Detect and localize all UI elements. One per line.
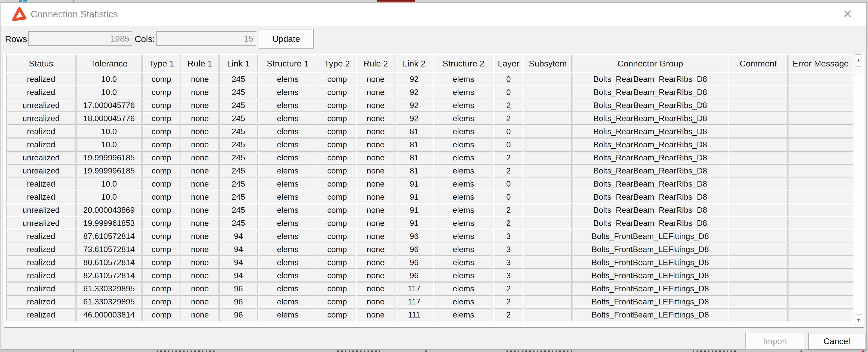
table-cell[interactable]: 94	[219, 269, 257, 282]
table-cell[interactable]: 3	[494, 243, 523, 256]
table-cell[interactable]: elems	[434, 282, 493, 295]
table-cell[interactable]: 2	[494, 217, 523, 229]
table-cell[interactable]: comp	[142, 295, 181, 308]
table-cell[interactable]	[729, 177, 788, 190]
table-cell[interactable]: elems	[258, 309, 317, 321]
table-cell[interactable]	[729, 86, 788, 98]
table-cell[interactable]: Bolts_RearBeam_RearRibs_D8	[572, 217, 728, 229]
table-cell[interactable]: elems	[434, 73, 493, 85]
table-cell[interactable]: 245	[219, 86, 257, 98]
table-cell[interactable]: realized	[6, 190, 76, 203]
table-cell[interactable]: 81	[395, 151, 433, 164]
table-cell[interactable]: none	[181, 295, 219, 308]
table-cell[interactable]: none	[357, 204, 395, 216]
table-cell[interactable]: elems	[434, 177, 493, 190]
table-cell[interactable]: comp	[142, 177, 181, 190]
table-cell[interactable]	[524, 99, 572, 112]
table-cell[interactable]: comp	[318, 204, 356, 216]
table-cell[interactable]	[729, 190, 788, 203]
table-cell[interactable]: none	[181, 243, 219, 256]
table-cell[interactable]	[524, 138, 572, 151]
table-cell[interactable]: elems	[434, 269, 493, 282]
table-cell[interactable]: none	[357, 230, 395, 242]
table-cell[interactable]	[788, 86, 853, 98]
table-cell[interactable]: 2	[494, 151, 523, 164]
table-cell[interactable]: 3	[494, 230, 523, 242]
table-cell[interactable]: 245	[219, 217, 257, 229]
table-cell[interactable]: elems	[258, 295, 317, 308]
table-cell[interactable]: 91	[395, 204, 433, 216]
table-cell[interactable]: 10.0	[76, 138, 142, 151]
table-cell[interactable]: comp	[142, 309, 181, 321]
table-cell[interactable]: 81	[395, 138, 433, 151]
table-cell[interactable]: none	[357, 86, 395, 98]
import-button[interactable]: Import	[745, 332, 805, 350]
table-cell[interactable]	[788, 282, 853, 295]
table-cell[interactable]: Bolts_FrontBeam_LEFittings_D8	[572, 256, 728, 269]
table-cell[interactable]: none	[357, 190, 395, 203]
table-cell[interactable]: comp	[318, 295, 356, 308]
table-cell[interactable]: Bolts_FrontBeam_LEFittings_D8	[572, 230, 728, 242]
table-cell[interactable]: 2	[494, 295, 523, 308]
table-cell[interactable]: realized	[6, 230, 76, 242]
table-cell[interactable]: none	[181, 112, 219, 125]
table-cell[interactable]: none	[357, 125, 395, 138]
table-cell[interactable]: unrealized	[6, 112, 76, 125]
table-cell[interactable]	[729, 99, 788, 112]
table-cell[interactable]: elems	[434, 309, 493, 321]
table-cell[interactable]: 92	[395, 73, 433, 85]
column-header-connector-group[interactable]: Connector Group	[572, 55, 728, 72]
table-cell[interactable]: elems	[258, 151, 317, 164]
table-cell[interactable]: none	[181, 86, 219, 98]
table-cell[interactable]	[788, 138, 853, 151]
table-cell[interactable]	[729, 295, 788, 308]
table-cell[interactable]: comp	[318, 165, 356, 177]
table-cell[interactable]: elems	[258, 269, 317, 282]
table-cell[interactable]: Bolts_RearBeam_RearRibs_D8	[572, 86, 728, 98]
table-cell[interactable]: realized	[6, 309, 76, 321]
column-header-type-1[interactable]: Type 1	[142, 55, 181, 72]
table-cell[interactable]: Bolts_RearBeam_RearRibs_D8	[572, 204, 728, 216]
table-cell[interactable]: comp	[142, 269, 181, 282]
table-cell[interactable]	[524, 217, 572, 229]
table-cell[interactable]: comp	[318, 217, 356, 229]
table-cell[interactable]: 92	[395, 99, 433, 112]
table-cell[interactable]	[788, 151, 853, 164]
table-cell[interactable]: 10.0	[76, 190, 142, 203]
table-cell[interactable]: comp	[142, 282, 181, 295]
column-header-structure-1[interactable]: Structure 1	[258, 55, 317, 72]
column-header-type-2[interactable]: Type 2	[318, 55, 356, 72]
table-cell[interactable]: 20.000043869	[76, 204, 142, 216]
table-cell[interactable]: realized	[6, 243, 76, 256]
table-cell[interactable]: none	[181, 217, 219, 229]
table-cell[interactable]: 96	[395, 243, 433, 256]
table-cell[interactable]: elems	[434, 204, 493, 216]
table-cell[interactable]	[788, 295, 853, 308]
table-cell[interactable]: unrealized	[6, 165, 76, 177]
table-cell[interactable]: elems	[434, 230, 493, 242]
table-cell[interactable]: none	[357, 165, 395, 177]
table-cell[interactable]	[788, 309, 853, 321]
table-cell[interactable]: 2	[494, 112, 523, 125]
column-header-status[interactable]: Status	[6, 55, 76, 72]
table-cell[interactable]: elems	[258, 230, 317, 242]
table-cell[interactable]: none	[181, 230, 219, 242]
table-cell[interactable]: comp	[142, 112, 181, 125]
column-header-rule-1[interactable]: Rule 1	[181, 55, 219, 72]
title-bar[interactable]: Connection Statistics ✕	[1, 2, 867, 26]
table-cell[interactable]: none	[181, 151, 219, 164]
table-cell[interactable]: elems	[258, 204, 317, 216]
table-cell[interactable]: 92	[395, 112, 433, 125]
scroll-up-icon[interactable]: ▲	[855, 54, 862, 66]
table-cell[interactable]: 19.999996185	[76, 165, 142, 177]
table-cell[interactable]: none	[181, 177, 219, 190]
table-cell[interactable]: 91	[395, 190, 433, 203]
table-cell[interactable]	[524, 125, 572, 138]
table-cell[interactable]: comp	[142, 73, 181, 85]
table-cell[interactable]: comp	[142, 217, 181, 229]
table-cell[interactable]: none	[357, 256, 395, 269]
table-cell[interactable]: elems	[434, 112, 493, 125]
table-cell[interactable]: 18.000045776	[76, 112, 142, 125]
table-cell[interactable]: none	[181, 138, 219, 151]
table-cell[interactable]	[729, 309, 788, 321]
